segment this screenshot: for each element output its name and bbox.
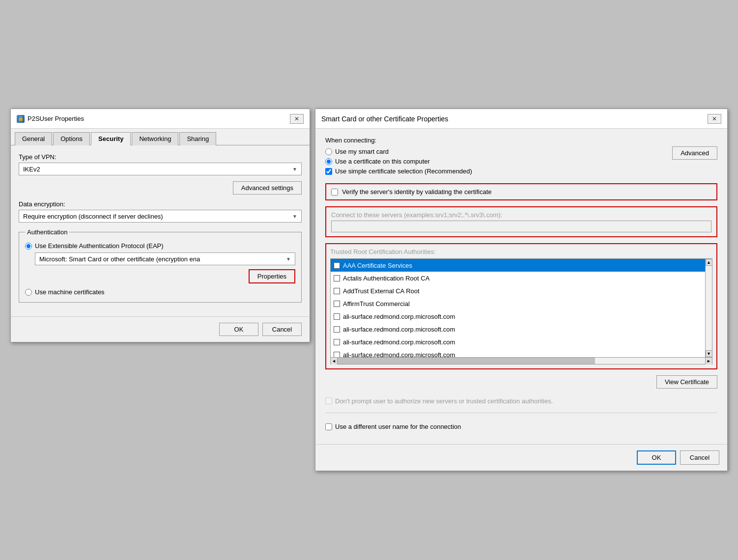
list-item[interactable]: AAA Certificate Services xyxy=(331,259,705,272)
list-item[interactable]: ali-surface.redmond.corp.microsoft.com xyxy=(331,323,705,336)
left-cancel-button[interactable]: Cancel xyxy=(262,323,302,336)
cert-checkbox-0[interactable] xyxy=(334,262,340,269)
machine-cert-radio[interactable] xyxy=(25,289,32,296)
trusted-root-label: Trusted Root Certification Authorities: xyxy=(330,248,712,255)
cert-checkbox-6[interactable] xyxy=(334,339,340,345)
eap-radio[interactable] xyxy=(25,243,32,250)
data-encryption-group: Data encryption: Require encryption (dis… xyxy=(19,200,302,223)
eap-dropdown[interactable]: Microsoft: Smart Card or other certifica… xyxy=(35,252,295,265)
smart-card-radio-label: Use my smart card xyxy=(335,148,389,155)
servers-input[interactable] xyxy=(331,221,711,232)
left-title-text: P2SUser Properties xyxy=(28,115,84,122)
left-titlebar: 🔒 P2SUser Properties ✕ xyxy=(11,109,310,129)
tab-general[interactable]: General xyxy=(15,132,52,145)
tab-sharing[interactable]: Sharing xyxy=(179,132,216,145)
list-item[interactable]: ali-surface.redmond.corp.microsoft.com xyxy=(331,336,705,348)
cert-list-wrapper: AAA Certificate Services Actalis Authent… xyxy=(330,258,712,364)
tab-options[interactable]: Options xyxy=(53,132,90,145)
cert-checkbox-3[interactable] xyxy=(334,301,340,307)
cert-checkbox-4[interactable] xyxy=(334,313,340,320)
cert-label-5: ali-surface.redmond.corp.microsoft.com xyxy=(343,326,455,333)
authentication-fieldset: Authentication Use Extensible Authentica… xyxy=(19,228,302,303)
cert-list-box: Trusted Root Certification Authorities: … xyxy=(325,243,717,369)
scroll-left-button[interactable]: ◄ xyxy=(331,358,338,364)
right-ok-button[interactable]: OK xyxy=(637,450,676,465)
different-user-label: Use a different user name for the connec… xyxy=(335,423,461,430)
eap-radio-item: Use Extensible Authentication Protocol (… xyxy=(25,242,295,250)
data-encryption-value: Require encryption (disconnect if server… xyxy=(23,213,163,220)
cert-list-scroll-inner: AAA Certificate Services Actalis Authent… xyxy=(331,259,705,357)
eap-dropdown-arrow-icon: ▼ xyxy=(286,256,291,262)
left-close-button[interactable]: ✕ xyxy=(290,114,304,124)
cert-label-6: ali-surface.redmond.corp.microsoft.com xyxy=(343,338,455,346)
cert-list-scrollbar-v[interactable]: ▲ ▼ xyxy=(705,259,712,357)
simple-cert-label: Use simple certificate selection (Recomm… xyxy=(335,168,472,175)
eap-dropdown-value: Microsoft: Smart Card or other certifica… xyxy=(39,255,200,263)
cert-list-scrollbar-h[interactable]: ◄ ► xyxy=(331,357,712,364)
advanced-settings-button[interactable]: Advanced settings xyxy=(233,181,302,195)
cert-on-computer-radio[interactable] xyxy=(325,158,332,165)
list-item[interactable]: AffirmTrust Commercial xyxy=(331,297,705,310)
machine-cert-label: Use machine certificates xyxy=(35,288,105,296)
cert-label-0: AAA Certificate Services xyxy=(343,262,412,269)
cert-checkbox-7[interactable] xyxy=(334,352,340,358)
cert-on-computer-radio-row: Use a certificate on this computer xyxy=(325,158,472,165)
data-encryption-dropdown[interactable]: Require encryption (disconnect if server… xyxy=(19,210,302,223)
scroll-track-h xyxy=(338,358,705,364)
cert-label-7: ali-surface.redmond.corp.microsoft.com xyxy=(343,351,455,358)
list-item[interactable]: ali-surface.redmond.corp.microsoft.com xyxy=(331,348,705,357)
left-dialog: 🔒 P2SUser Properties ✕ General Options S… xyxy=(10,109,310,342)
vpn-type-arrow-icon: ▼ xyxy=(292,167,297,172)
smart-card-radio-row: Use my smart card xyxy=(325,148,472,155)
tab-networking[interactable]: Networking xyxy=(132,132,178,145)
left-content: Type of VPN: IKEv2 ▼ Advanced settings D… xyxy=(11,145,310,316)
cert-checkbox-1[interactable] xyxy=(334,275,340,281)
view-certificate-button[interactable]: View Certificate xyxy=(656,375,717,389)
tab-security[interactable]: Security xyxy=(91,132,131,145)
list-item[interactable]: Actalis Authentication Root CA xyxy=(331,272,705,284)
servers-label: Connect to these servers (examples:srv1;… xyxy=(331,211,711,219)
right-dialog: Smart Card or other Certificate Properti… xyxy=(315,109,728,471)
smart-card-radio[interactable] xyxy=(325,148,332,155)
dont-prompt-checkbox xyxy=(325,397,332,404)
list-item[interactable]: AddTrust External CA Root xyxy=(331,284,705,297)
right-content: When connecting: Use my smart card Use a… xyxy=(315,129,727,444)
right-titlebar: Smart Card or other Certificate Properti… xyxy=(315,109,727,129)
vpn-type-group: Type of VPN: IKEv2 ▼ xyxy=(19,153,302,175)
cert-label-4: ali-surface.redmond.corp.microsoft.com xyxy=(343,313,455,320)
when-connecting-label: When connecting: xyxy=(325,137,472,144)
left-tabs: General Options Security Networking Shar… xyxy=(11,129,310,145)
scroll-right-button[interactable]: ► xyxy=(705,358,712,364)
vpn-type-label: Type of VPN: xyxy=(19,153,302,161)
scroll-up-button[interactable]: ▲ xyxy=(706,259,712,266)
data-encryption-label: Data encryption: xyxy=(19,200,302,208)
verify-checkbox[interactable] xyxy=(331,189,338,196)
cert-label-1: Actalis Authentication Root CA xyxy=(343,275,429,282)
properties-button[interactable]: Properties xyxy=(249,269,295,283)
left-title: 🔒 P2SUser Properties xyxy=(17,115,84,123)
different-user-checkbox[interactable] xyxy=(325,423,332,430)
scroll-thumb-h xyxy=(338,358,595,364)
advanced-button[interactable]: Advanced xyxy=(672,146,717,160)
vpn-type-dropdown[interactable]: IKEv2 ▼ xyxy=(19,163,302,175)
cert-on-computer-label: Use a certificate on this computer xyxy=(335,158,430,165)
cert-list-inner-wrapper: AAA Certificate Services Actalis Authent… xyxy=(331,259,712,357)
dont-prompt-row: Don't prompt user to authorize new serve… xyxy=(325,393,717,409)
left-footer: OK Cancel xyxy=(11,316,310,342)
cert-checkbox-5[interactable] xyxy=(334,326,340,333)
right-footer: OK Cancel xyxy=(315,444,727,471)
right-close-button[interactable]: ✕ xyxy=(708,114,721,124)
data-encryption-arrow-icon: ▼ xyxy=(292,214,297,219)
verify-label: Verify the server's identity by validati… xyxy=(342,188,492,196)
different-user-row: Use a different user name for the connec… xyxy=(325,417,717,436)
scroll-down-button[interactable]: ▼ xyxy=(706,350,712,357)
machine-cert-radio-item: Use machine certificates xyxy=(25,288,295,296)
eap-radio-label: Use Extensible Authentication Protocol (… xyxy=(35,242,164,250)
cert-label-2: AddTrust External CA Root xyxy=(343,287,420,295)
cert-checkbox-2[interactable] xyxy=(334,288,340,294)
simple-cert-checkbox[interactable] xyxy=(325,168,332,175)
list-item[interactable]: ali-surface.redmond.corp.microsoft.com xyxy=(331,310,705,323)
left-ok-button[interactable]: OK xyxy=(219,323,258,336)
when-connecting-section: When connecting: Use my smart card Use a… xyxy=(325,137,472,177)
right-cancel-button[interactable]: Cancel xyxy=(680,450,719,465)
